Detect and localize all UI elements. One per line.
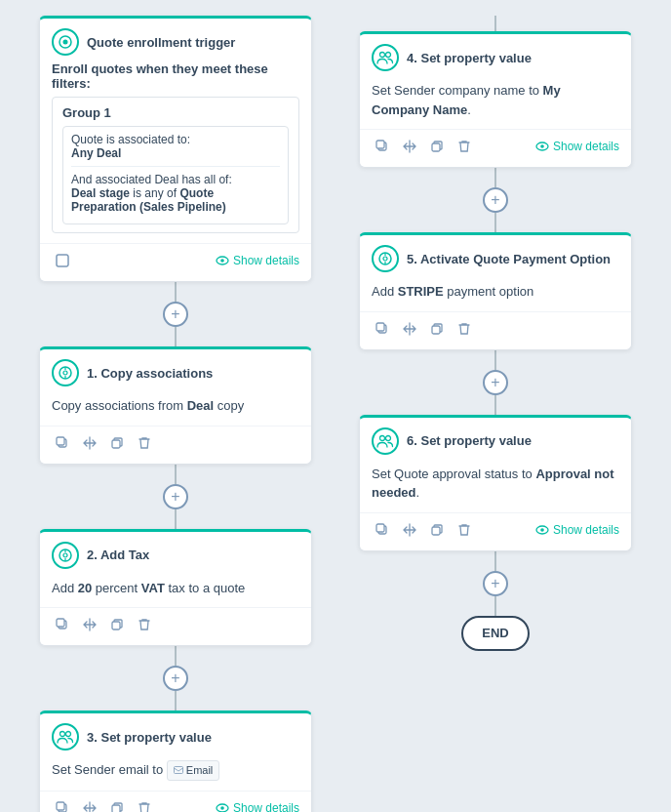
action6-body: Set Quote approval status to Approval no… — [360, 461, 631, 512]
enroll-text: Enroll quotes when they meet these filte… — [40, 61, 311, 97]
line-2 — [175, 465, 177, 484]
plus-btn-2[interactable]: + — [163, 484, 188, 509]
action2-delete-btn[interactable] — [134, 614, 155, 635]
action3-show-details[interactable]: Show details — [216, 801, 299, 813]
action6-show-details[interactable]: Show details — [535, 523, 619, 537]
filter2-mid: is any of — [130, 186, 179, 200]
svg-rect-39 — [376, 323, 384, 331]
connector-5: + — [483, 350, 508, 415]
action2-header: 2. Add Tax — [40, 532, 311, 575]
email-badge: Email — [167, 760, 220, 781]
line-3 — [175, 646, 177, 666]
trigger-checkbox[interactable] — [52, 250, 73, 271]
action1-copy-btn[interactable] — [106, 432, 128, 454]
action2-body: Add 20 percent VAT tax to a quote — [40, 575, 311, 608]
line-3b — [175, 691, 177, 710]
action-card-1: 1. Copy associations Copy associations f… — [39, 346, 312, 465]
filter1-line1: Quote is associated to: — [71, 133, 280, 146]
action3-delete-btn[interactable] — [134, 797, 155, 813]
svg-point-13 — [63, 553, 67, 557]
line-2b — [175, 509, 177, 529]
line-5b — [494, 395, 496, 415]
svg-rect-2 — [57, 255, 68, 266]
action2-duplicate-btn[interactable] — [52, 614, 73, 635]
filter2-line1: And associated Deal has all of: — [71, 173, 280, 186]
filter-box: Quote is associated to: Any Deal And ass… — [62, 126, 289, 224]
action4-footer: Show details — [360, 129, 631, 167]
filter1-line2: Any Deal — [71, 146, 121, 160]
action2-move-btn[interactable] — [79, 614, 100, 635]
svg-rect-10 — [57, 437, 64, 445]
plus-btn-6[interactable]: + — [483, 571, 508, 596]
action6-people-icon — [372, 427, 399, 455]
svg-rect-18 — [112, 622, 120, 629]
action2-copy-btn[interactable] — [106, 614, 128, 635]
svg-rect-23 — [57, 802, 64, 810]
action3-copy-btn[interactable] — [106, 797, 128, 813]
action5-copy-btn[interactable] — [426, 318, 448, 340]
action1-body: Copy associations from Deal copy — [40, 392, 311, 426]
action5-header: 5. Activate Quote Payment Option — [360, 235, 631, 278]
svg-rect-21 — [174, 767, 182, 774]
connector-3: + — [163, 646, 188, 710]
action6-delete-btn[interactable] — [454, 519, 475, 541]
action1-delete-btn[interactable] — [134, 432, 155, 454]
trigger-card-header: Quote enrollment trigger — [40, 19, 311, 61]
action1-header: 1. Copy associations — [40, 349, 311, 392]
plus-btn-4[interactable]: + — [483, 187, 508, 213]
group-label: Group 1 — [62, 105, 289, 120]
action2-icon — [52, 542, 79, 569]
action4-show-details[interactable]: Show details — [535, 140, 619, 153]
svg-point-20 — [66, 732, 71, 737]
action6-move-btn[interactable] — [399, 519, 420, 541]
action5-icon — [372, 245, 399, 272]
action4-duplicate-btn[interactable] — [372, 136, 393, 157]
plus-btn-3[interactable]: + — [163, 666, 188, 691]
end-node: END — [461, 616, 530, 651]
action4-header: 4. Set property value — [360, 34, 631, 77]
svg-point-27 — [380, 53, 385, 58]
action4-delete-btn[interactable] — [454, 136, 475, 157]
line-1b — [175, 327, 177, 346]
action1-icon — [52, 359, 79, 386]
svg-rect-11 — [112, 440, 120, 448]
svg-rect-45 — [432, 527, 440, 535]
trigger-show-details[interactable]: Show details — [216, 254, 299, 267]
action4-copy-btn[interactable] — [426, 136, 448, 157]
svg-rect-24 — [112, 805, 120, 813]
svg-rect-17 — [57, 619, 64, 627]
svg-point-19 — [60, 732, 65, 737]
plus-btn-5[interactable]: + — [483, 370, 508, 395]
action6-header: 6. Set property value — [360, 418, 631, 461]
action3-duplicate-btn[interactable] — [52, 797, 73, 813]
action6-duplicate-btn[interactable] — [372, 519, 393, 541]
action5-footer — [360, 311, 631, 349]
action5-delete-btn[interactable] — [454, 318, 475, 340]
svg-point-28 — [386, 53, 391, 58]
action1-duplicate-btn[interactable] — [52, 432, 73, 454]
action5-body: Add STRIPE payment option — [360, 278, 631, 311]
svg-rect-30 — [376, 141, 384, 148]
svg-point-35 — [383, 257, 387, 261]
trigger-title: Quote enrollment trigger — [87, 35, 235, 50]
line-1 — [175, 282, 177, 302]
action4-move-btn[interactable] — [399, 136, 420, 157]
trigger-filter-group: Group 1 Quote is associated to: Any Deal… — [52, 97, 299, 233]
action1-footer — [40, 426, 311, 464]
left-column: Quote enrollment trigger Enroll quotes w… — [16, 16, 336, 812]
trigger-footer: Show details — [40, 243, 311, 281]
svg-point-4 — [220, 259, 224, 263]
action4-people-icon — [372, 44, 399, 71]
action5-move-btn[interactable] — [399, 318, 420, 340]
svg-point-42 — [386, 435, 391, 440]
action2-title: 2. Add Tax — [87, 548, 149, 562]
action2-footer — [40, 607, 311, 645]
action5-duplicate-btn[interactable] — [372, 318, 393, 340]
line-6 — [494, 551, 496, 571]
action1-move-btn[interactable] — [79, 432, 100, 454]
top-line-right — [494, 16, 496, 31]
action-card-2: 2. Add Tax Add 20 percent VAT tax to a q… — [39, 529, 312, 647]
plus-btn-1[interactable]: + — [163, 302, 188, 327]
action6-copy-btn[interactable] — [426, 519, 448, 541]
action3-move-btn[interactable] — [79, 797, 100, 813]
